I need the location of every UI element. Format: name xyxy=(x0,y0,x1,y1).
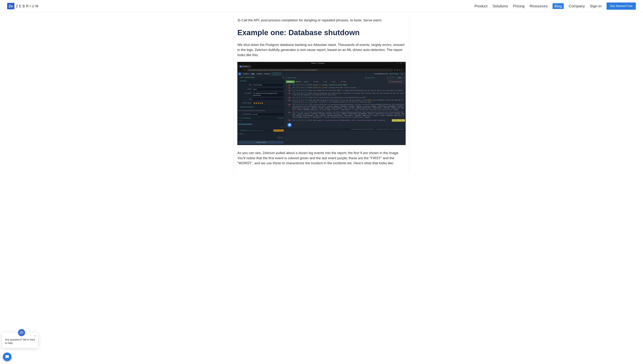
section-general: ⌄ GENERAL xyxy=(237,79,285,83)
window-min-icon: — xyxy=(397,62,399,64)
copyright-text: • Copyright © 2021 Zebrium, Inc. All rig… xyxy=(375,128,404,130)
chat-launcher-button[interactable] xyxy=(3,352,12,361)
embedded-app-screenshot: Zebrium - Chromium — ▢ × Ze Zebrium × + … xyxy=(237,62,406,145)
list-all: ⊞ List All xyxy=(278,117,284,119)
ext-icon-2: ◎ xyxy=(399,69,400,71)
marker-icon: ◯ xyxy=(290,84,291,86)
jira-field xyxy=(252,98,284,100)
log-line: ✓ ●◯ 2021-01-05 20:17:40.117000 jira com… xyxy=(285,104,406,111)
back-icon: ← xyxy=(238,69,240,71)
description-label: Description xyxy=(238,92,251,94)
app-toolbar: Ze Incidents Logs Grafana Overview <wkd … xyxy=(237,72,406,76)
app-tab-logs: Logs xyxy=(251,73,254,75)
rating-stars: ★★★★★ xyxy=(252,102,263,105)
marker-icon: ◯ xyxy=(290,87,291,89)
marker-icon: ◯ xyxy=(290,97,291,98)
chrome-titlebar: Zebrium - Chromium — ▢ × xyxy=(237,62,406,65)
section-occurrences: ☑ OCCURRENCES ⊞ List All xyxy=(237,116,285,120)
nav-solutions[interactable]: Solutions xyxy=(492,4,508,8)
check-icon: ✓ xyxy=(286,112,288,118)
check-icon: ✓ xyxy=(286,100,288,103)
section-manage-alerting: ⌄ MANAGE ALERTING xyxy=(237,105,285,109)
forward-icon: → xyxy=(241,69,243,71)
watcher-chip: Watcher ⌄ xyxy=(286,80,295,83)
marker-icon: ◯ xyxy=(290,104,291,106)
chat-bubble-icon xyxy=(5,355,9,359)
app-logo: Ze xyxy=(238,72,241,75)
kebab-icon: ⋮ xyxy=(403,69,405,71)
paragraph-intro: We shut down the Postgres database backi… xyxy=(237,42,406,58)
chat-message-text: Any questions? We're here to help. xyxy=(5,338,35,345)
check-icon: ✓ xyxy=(286,90,288,92)
tool-y-icon: Y xyxy=(392,76,394,79)
log-line: ✓ ●◯ 2021-01-05 20:17:39.120000 jira com… xyxy=(285,90,406,92)
svcs-label: SVCS ⊟ xyxy=(277,136,284,139)
embedded-chat-icon xyxy=(287,123,292,127)
new-tab-icon: + xyxy=(251,66,255,68)
license-expiry: expires 197 d(a) xyxy=(389,73,398,75)
url-text: canary.eng.zebrium.com:50442/vbeee-ee43_… xyxy=(257,70,318,71)
active-filter-button: 1 Active Filter xyxy=(392,119,405,122)
marker-icon: ◯ xyxy=(290,92,291,94)
nav-blog[interactable]: Blog xyxy=(552,3,564,9)
check-icon: ✓ xyxy=(286,84,288,86)
jira-label: Jira xyxy=(238,98,251,100)
sendto-field: No one! xyxy=(252,113,284,116)
filter-etypes: eTypes ⌄ xyxy=(331,80,338,83)
nav-resources[interactable]: Resources xyxy=(530,4,547,8)
chat-close-icon[interactable]: × xyxy=(34,334,36,338)
help-icon: ? xyxy=(403,76,405,79)
filter-labels: Labels ⌄ xyxy=(322,80,330,83)
url-bar: ▲ Not secure | canary.eng.zebrium.com:50… xyxy=(247,69,393,72)
heading-example-one: Example one: Database shutdown xyxy=(237,28,406,37)
incident-sidebar: ← | ZE-1: Incident Report |◀ ⌄ GENERAL T… xyxy=(237,76,285,145)
get-started-button[interactable]: Get Started Free xyxy=(606,2,636,10)
spark-end: 01-04 xyxy=(281,126,284,128)
filter-logtypes: Logtypes ⌄ xyxy=(302,80,311,83)
nav-company[interactable]: Company xyxy=(569,4,585,8)
owner-label: Owner xyxy=(238,88,251,90)
gear-icon: ⚙ xyxy=(401,73,402,75)
app-tab-overview: Overview xyxy=(264,73,270,75)
severity-dot-icon: ● xyxy=(289,112,290,113)
log-line: ✓ ●◯ 2021-01-05 20:17:39.120000 jira at … xyxy=(285,96,406,99)
title-field: Incident Report xyxy=(252,84,284,86)
update-incident-button: Update Incident xyxy=(238,141,284,144)
main-nav: Product Solutions Pricing Resources Blog… xyxy=(474,2,636,10)
nav-product[interactable]: Product xyxy=(474,4,487,8)
logo-text: ZEBRIUM xyxy=(16,4,40,8)
logo[interactable]: Ze ZEBRIUM xyxy=(7,3,40,9)
divider: | xyxy=(400,73,400,75)
severity-dot-icon: ● xyxy=(289,90,290,92)
owner-field: Select xyxy=(252,88,284,91)
jump-to-time: ◉ Jump to time... xyxy=(364,77,386,79)
tool-a-icon: ⴰ xyxy=(387,76,389,79)
check-icon: ✓ xyxy=(286,119,288,122)
host-label: host088 xyxy=(237,132,285,136)
log-line: ✓ ●◯ 2021-01-05 20:17:40.117000 jira 202… xyxy=(285,99,406,104)
nav-signin[interactable]: Sign-in xyxy=(590,4,601,8)
tab-favicon: Ze xyxy=(240,66,242,68)
paragraph-after: As you can see, Zebrium pulled about a d… xyxy=(237,150,406,166)
show-reports-button: ◉ Show Reports xyxy=(273,130,284,132)
chrome-title: Zebrium - Chromium xyxy=(238,62,397,64)
search-icon: Q xyxy=(286,77,287,79)
star-icon: ★ xyxy=(394,69,395,71)
description-field: The database server was stopped by the a… xyxy=(252,92,284,97)
nav-pricing[interactable]: Pricing xyxy=(513,4,524,8)
log-line: ✓ ●◯ 2021-01-05 20:17:44.117000 jira Cau… xyxy=(285,119,406,122)
sparkline: WWWWWWWWW xyxy=(237,122,285,126)
reload-icon: ⟳ xyxy=(244,69,245,71)
version-text: Version release-ee45_20210106393001 xyxy=(351,128,374,130)
user-email: AJAY@ZEBRIUM.COM xyxy=(374,73,388,75)
timerange-selector: <wkd 7h >> xyxy=(272,72,281,75)
section-events: ⌄ ☑ EVENTS 3/bad • 60/info in 2 Svcs/1 H… xyxy=(237,129,285,132)
window-close-icon: × xyxy=(404,62,405,64)
quality-label: Incident Quality xyxy=(238,102,251,104)
tab-label: Zebrium xyxy=(242,66,248,68)
site-header: Ze ZEBRIUM Product Solutions Pricing Res… xyxy=(0,0,643,12)
check-icon: ✓ xyxy=(286,104,288,111)
sendto-label: Send Alerts To xyxy=(238,113,251,115)
severity-dot-icon: ● xyxy=(289,119,290,121)
log-line: ✓ ●◯ 2021-01-05 20:17:27.000000 syslog m… xyxy=(285,86,406,90)
